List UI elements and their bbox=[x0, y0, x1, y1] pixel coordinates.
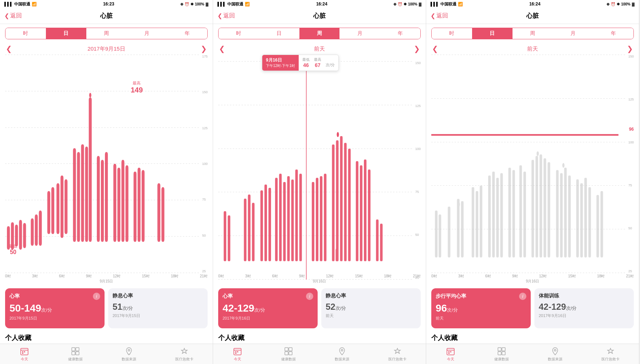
svg-rect-29 bbox=[157, 183, 160, 242]
tab-bar-1: 今天 健康数据 数据来源 医疗急救卡 bbox=[0, 344, 213, 364]
tab-card-icon-1 bbox=[180, 347, 189, 356]
seg-week-3[interactable]: 周 bbox=[513, 28, 553, 39]
svg-rect-59 bbox=[320, 176, 322, 261]
cards-1: 心率 i 50-149次/分 2017年9月15日 静息心率 51次/分 201… bbox=[0, 285, 213, 331]
seg-month-2[interactable]: 月 bbox=[339, 28, 380, 39]
svg-rect-87 bbox=[448, 207, 450, 257]
svg-rect-3 bbox=[19, 220, 22, 249]
svg-rect-19 bbox=[97, 156, 100, 242]
tab-source-2[interactable]: 数据来源 bbox=[335, 347, 349, 362]
seg-year-3[interactable]: 年 bbox=[593, 28, 633, 39]
tab-card-2[interactable]: 医疗急救卡 bbox=[388, 347, 407, 362]
svg-rect-69 bbox=[368, 170, 370, 261]
svg-rect-58 bbox=[316, 178, 318, 261]
next-arrow-1[interactable]: ❯ bbox=[201, 44, 207, 53]
next-arrow-2[interactable]: ❯ bbox=[414, 44, 420, 53]
nav-header-1: ❮ 返回 心脏 bbox=[0, 8, 213, 24]
card-info-btn-2[interactable]: i bbox=[306, 293, 313, 300]
prev-arrow-2[interactable]: ❮ bbox=[219, 44, 225, 53]
svg-rect-78 bbox=[235, 353, 236, 354]
date-nav-3: ❮ 前天 ❯ bbox=[426, 43, 639, 55]
tab-card-3[interactable]: 医疗急救卡 bbox=[601, 347, 620, 362]
y-labels-3: 150 125 100 75 50 25 bbox=[628, 55, 634, 273]
svg-point-18 bbox=[89, 93, 91, 98]
tab-bar-2: 今天 健康数据 数据来源 医疗急救卡 bbox=[213, 344, 426, 364]
tab-today-3[interactable]: 今天 bbox=[446, 347, 455, 362]
svg-rect-82 bbox=[289, 352, 292, 355]
tooltip-max-val: 67 bbox=[315, 62, 321, 68]
svg-rect-17 bbox=[89, 98, 92, 242]
svg-rect-110 bbox=[576, 179, 579, 257]
tab-today-1[interactable]: 今天 bbox=[20, 347, 29, 362]
seg-hour-1[interactable]: 时 bbox=[5, 28, 46, 39]
svg-rect-99 bbox=[519, 165, 522, 257]
svg-rect-8 bbox=[47, 191, 50, 234]
svg-rect-60 bbox=[324, 174, 326, 261]
prev-arrow-1[interactable]: ❮ bbox=[6, 44, 12, 53]
svg-rect-16 bbox=[85, 147, 88, 242]
seg-year-1[interactable]: 年 bbox=[167, 28, 207, 39]
tab-card-1[interactable]: 医疗急救卡 bbox=[175, 347, 193, 362]
tab-source-label-3: 数据来源 bbox=[548, 357, 562, 362]
seg-hour-2[interactable]: 时 bbox=[219, 28, 259, 39]
svg-rect-85 bbox=[435, 211, 437, 258]
svg-rect-96 bbox=[500, 173, 503, 257]
card-info-btn-3[interactable]: i bbox=[519, 293, 526, 300]
tab-today-2[interactable]: 今天 bbox=[233, 347, 242, 362]
tab-source-3[interactable]: 数据来源 bbox=[548, 347, 562, 362]
back-label-2: 返回 bbox=[223, 12, 235, 20]
seg-day-1[interactable]: 日 bbox=[46, 28, 86, 39]
tab-source-icon-3 bbox=[550, 347, 560, 356]
svg-rect-50 bbox=[275, 178, 278, 261]
card-resting-value-2: 52次/分 bbox=[326, 302, 416, 312]
svg-rect-81 bbox=[285, 352, 288, 355]
back-button-1[interactable]: ❮ 返回 bbox=[4, 12, 22, 20]
svg-rect-10 bbox=[56, 183, 59, 234]
svg-rect-109 bbox=[568, 175, 571, 257]
prev-arrow-3[interactable]: ❮ bbox=[432, 44, 438, 53]
seg-day-3[interactable]: 日 bbox=[472, 28, 513, 39]
svg-rect-125 bbox=[502, 348, 505, 351]
carrier-left: ▌▌▌ 中国联通 📶 bbox=[4, 1, 37, 7]
battery-pct-2: 100% bbox=[408, 2, 417, 6]
seg-day-2[interactable]: 日 bbox=[259, 28, 299, 39]
back-label-1: 返回 bbox=[10, 12, 22, 20]
tab-health-3[interactable]: 健康数据 bbox=[494, 347, 509, 362]
svg-rect-7 bbox=[39, 211, 42, 246]
screen-3: ▌▌▌ 中国联通 📶 16:24 ⊕ ⏰ ✱ 100% ▓ ❮ 返回 心脏 时 … bbox=[426, 0, 639, 364]
card-info-btn-1[interactable]: i bbox=[93, 293, 100, 300]
bt-icon-3: ✱ bbox=[617, 2, 620, 6]
back-button-3[interactable]: ❮ 返回 bbox=[431, 12, 448, 20]
seg-week-1[interactable]: 周 bbox=[86, 28, 127, 39]
back-button-2[interactable]: ❮ 返回 bbox=[217, 12, 235, 20]
svg-rect-79 bbox=[285, 348, 288, 351]
svg-rect-35 bbox=[22, 353, 23, 354]
tab-health-1[interactable]: 健康数据 bbox=[68, 347, 83, 362]
svg-rect-11 bbox=[60, 175, 63, 238]
svg-rect-20 bbox=[101, 160, 104, 242]
seg-hour-3[interactable]: 时 bbox=[432, 28, 472, 39]
seg-month-1[interactable]: 月 bbox=[126, 28, 167, 39]
section-title-2: 个人收藏 bbox=[213, 331, 426, 344]
carrier-left-3: ▌▌▌ 中国联通 📶 bbox=[431, 1, 463, 7]
svg-rect-45 bbox=[248, 194, 251, 261]
next-arrow-3[interactable]: ❯ bbox=[627, 44, 633, 53]
svg-rect-66 bbox=[356, 161, 358, 261]
svg-rect-53 bbox=[287, 176, 290, 261]
svg-rect-65 bbox=[348, 149, 351, 261]
section-title-1: 个人收藏 bbox=[0, 331, 213, 344]
svg-rect-104 bbox=[543, 158, 546, 257]
seg-month-3[interactable]: 月 bbox=[553, 28, 593, 39]
tooltip-stats-2: 最低 46 最高 67 次/分 bbox=[299, 55, 338, 71]
tab-today-label-2: 今天 bbox=[234, 357, 241, 362]
x-axis-3: 0时3时6时9时12时15时18时21时 bbox=[426, 273, 639, 279]
tab-source-1[interactable]: 数据来源 bbox=[122, 347, 136, 362]
tab-health-icon-3 bbox=[497, 347, 506, 356]
seg-week-2[interactable]: 周 bbox=[299, 28, 340, 39]
tab-health-2[interactable]: 健康数据 bbox=[281, 347, 296, 362]
svg-rect-86 bbox=[439, 214, 441, 257]
svg-rect-127 bbox=[502, 352, 505, 355]
seg-year-2[interactable]: 年 bbox=[380, 28, 420, 39]
tab-card-label-2: 医疗急救卡 bbox=[388, 357, 407, 362]
svg-rect-2 bbox=[15, 225, 18, 246]
